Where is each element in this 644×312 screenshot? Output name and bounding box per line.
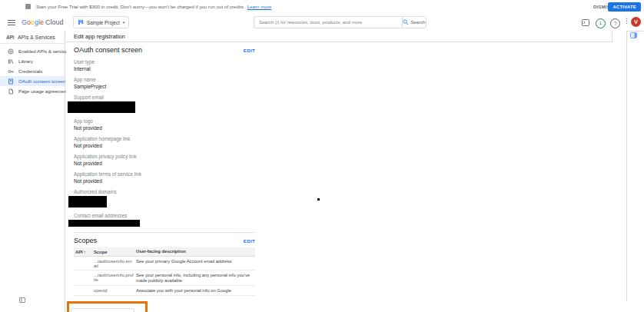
collapse-sidebar-icon[interactable]: [19, 297, 25, 303]
cloud-shell-icon[interactable]: [582, 19, 589, 26]
description-cell: See your primary Google Account email ad…: [136, 259, 255, 268]
page-title-bar: Edit app registration: [66, 31, 612, 42]
project-name: Sample Project: [87, 20, 120, 25]
sidebar-item-credentials[interactable]: Credentials: [0, 66, 65, 76]
consent-screen-icon: [8, 78, 14, 85]
compass-icon: [8, 48, 14, 55]
redacted-value: [68, 220, 140, 227]
search-input[interactable]: [254, 16, 402, 28]
scopes-table: API↑ Scope User-facing description .../a…: [74, 247, 255, 296]
activate-button[interactable]: ACTIVATE: [608, 2, 641, 12]
table-row: .../auth/userinfo.profile See your perso…: [74, 271, 255, 286]
field-label: Support email: [74, 95, 626, 100]
chevron-down-icon: ▾: [123, 20, 125, 25]
edit-scopes-button[interactable]: EDIT: [244, 238, 255, 244]
sidebar-item-page-usage-agreements[interactable]: Page usage agreements: [0, 86, 65, 96]
oauth-section-header: OAuth consent screen EDIT: [74, 46, 255, 54]
field-homepage-link: Application homepage link Not provided: [74, 136, 626, 148]
google-cloud-logo: GoogleCloud: [22, 14, 64, 31]
back-to-dashboard-button[interactable]: BACK TO DASHBOARD: [71, 308, 134, 312]
main-content: Edit app registration OAuth consent scre…: [66, 31, 626, 312]
field-label: App name: [74, 77, 626, 82]
field-authorized-domains: Authorized domains: [74, 189, 626, 207]
sidebar-item-label: OAuth consent screen: [18, 78, 65, 84]
side-panel-icon[interactable]: [630, 32, 637, 38]
field-contact-emails: Contact email addresses: [74, 213, 626, 227]
description-cell: See your personal info, including any pe…: [136, 273, 255, 284]
project-icon: [78, 19, 84, 25]
field-label: Application terms of service link: [74, 171, 626, 177]
field-label: App logo: [74, 118, 626, 124]
sidebar-item-label: Credentials: [18, 68, 42, 74]
column-header-api[interactable]: API↑: [74, 250, 94, 254]
field-support-email: Support email: [74, 95, 626, 113]
learn-more-link[interactable]: Learn more: [247, 4, 272, 9]
oauth-section-title: OAuth consent screen: [74, 46, 142, 54]
scopes-section-header: Scopes EDIT: [74, 237, 255, 244]
section-divider: [74, 232, 255, 233]
account-avatar[interactable]: V: [631, 17, 641, 27]
title-bar-divider: [612, 31, 612, 42]
scopes-section-title: Scopes: [74, 237, 97, 244]
page-title: Edit app registration: [66, 31, 612, 42]
field-label: Contact email addresses: [74, 213, 626, 218]
scope-cell: .../auth/userinfo.email: [94, 259, 136, 268]
annotation-highlight: BACK TO DASHBOARD: [67, 301, 148, 312]
cursor-dot: [317, 198, 320, 201]
field-app-name: App name SampleProject: [74, 77, 626, 89]
field-label: Application privacy policy link: [74, 154, 626, 159]
search-button-label: Search: [410, 20, 425, 25]
sidebar-item-label: Page usage agreements: [18, 88, 70, 94]
sidebar-item-library[interactable]: Library: [0, 56, 65, 66]
agreement-page-icon: [8, 88, 14, 95]
trial-banner-message: Start your Free Trial with $300 in credi…: [36, 4, 245, 9]
google-cloud-console: Start your Free Trial with $300 in credi…: [0, 0, 644, 312]
field-value: Not provided: [74, 125, 626, 131]
sidebar-header: API APIs & Services: [0, 31, 65, 44]
trial-banner-text: Start your Free Trial with $300 in credi…: [36, 4, 271, 9]
field-value: Internal: [74, 66, 626, 71]
table-row: openid Associate you with your personal …: [74, 286, 255, 296]
scopes-table-header: API↑ Scope User-facing description: [74, 247, 255, 257]
field-label: Authorized domains: [74, 189, 626, 194]
api-logo: API: [6, 35, 14, 40]
field-value: Not provided: [74, 178, 626, 184]
sort-up-icon: ↑: [84, 250, 86, 254]
field-terms-of-service-link: Application terms of service link Not pr…: [74, 171, 626, 184]
field-value: SampleProject: [74, 84, 626, 89]
free-trial-banner: Start your Free Trial with $300 in credi…: [0, 0, 644, 15]
field-label: Application homepage link: [74, 136, 626, 141]
trial-gift-icon: [25, 4, 31, 9]
notifications-button[interactable]: 1: [596, 18, 606, 28]
more-options-icon[interactable]: ⋮: [623, 17, 630, 25]
field-value: Not provided: [74, 143, 626, 148]
field-privacy-policy-link: Application privacy policy link Not prov…: [74, 154, 626, 166]
description-cell: Associate you with your personal info on…: [136, 288, 255, 294]
right-panel-divider: [626, 31, 627, 301]
sidebar-item-enabled-apis[interactable]: Enabled APIs & services: [0, 46, 65, 56]
sidebar-title: APIs & Services: [18, 35, 55, 40]
edit-oauth-button[interactable]: EDIT: [244, 48, 255, 53]
column-header-scope: Scope: [94, 250, 136, 254]
redacted-value: [68, 196, 107, 207]
scope-cell: .../auth/userinfo.profile: [94, 273, 136, 284]
field-value: Not provided: [74, 161, 626, 166]
hamburger-menu-icon[interactable]: [8, 20, 15, 26]
sidebar-item-label: Enabled APIs & services: [18, 48, 70, 54]
column-header-description: User-facing description: [136, 249, 255, 254]
scope-cell: openid: [94, 288, 136, 294]
library-icon: [8, 58, 14, 65]
sidebar-item-label: Library: [18, 58, 33, 64]
field-app-logo: App logo Not provided: [74, 118, 626, 131]
key-icon: [8, 68, 14, 75]
sidebar-item-oauth-consent-screen[interactable]: OAuth consent screen: [0, 76, 65, 86]
help-icon[interactable]: ?: [610, 18, 620, 28]
table-row: .../auth/userinfo.email See your primary…: [74, 257, 255, 271]
field-label: User type: [74, 59, 626, 65]
top-nav: GoogleCloud Sample Project ▾ Search 1 ? …: [0, 14, 644, 32]
project-picker[interactable]: Sample Project ▾: [73, 16, 129, 28]
field-user-type: User type Internal: [74, 59, 626, 71]
search-button[interactable]: Search: [402, 16, 427, 28]
sidebar: API APIs & Services Enabled APIs & servi…: [0, 31, 65, 312]
search-icon: [403, 19, 409, 25]
